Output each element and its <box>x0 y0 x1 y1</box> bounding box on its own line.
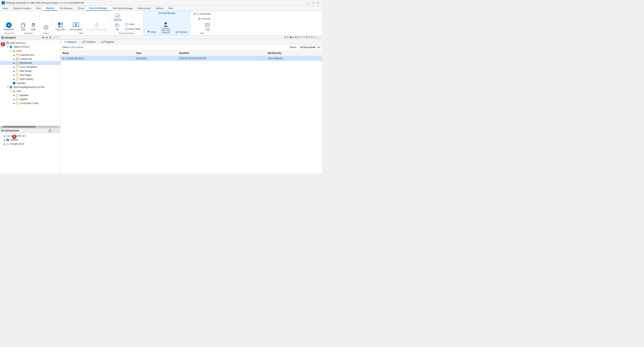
nav-icon-2[interactable]: ⊟ <box>45 36 48 39</box>
content-icon-12[interactable]: — <box>316 36 318 38</box>
table-row[interactable]: W Custom file.docx Document 2019-07-01 0… <box>60 56 322 61</box>
open-icon <box>125 22 128 26</box>
ribbon-tabs: Home Migration Analysis View Migrator Fi… <box>0 6 322 11</box>
tree-item-appdata[interactable]: ▶ appdata <box>0 93 60 97</box>
tree-item-appfiles[interactable]: ▶ appfiles <box>0 97 60 101</box>
tree-item-local-disk[interactable]: ▶ Local Disk (C:) <box>0 134 60 138</box>
tab-migration-analysis[interactable]: Migration Analysis <box>11 6 34 11</box>
content-icon-1[interactable]: ⊞ <box>284 36 286 38</box>
paste-button[interactable]: Paste <box>28 21 38 31</box>
nav-icon-3[interactable]: ⊡ <box>49 36 52 39</box>
nav-maximize[interactable]: □ <box>56 36 59 39</box>
close-button[interactable]: ✕ <box>316 0 320 5</box>
select-all-button[interactable]: Select All <box>112 13 123 22</box>
content-icon-13[interactable]: □ <box>320 36 321 38</box>
content-icon-4[interactable]: ⊟ <box>292 36 294 38</box>
tab-file-manager[interactable]: File Manager <box>58 6 76 11</box>
tree-item-site-pages[interactable]: ▶ Site Pages <box>0 73 60 77</box>
nav-minimize[interactable]: — <box>52 36 56 39</box>
minimize-button[interactable]: — <box>306 0 311 5</box>
tree-arrow: ▼ <box>6 86 9 88</box>
hscroll-right[interactable]: ▶ <box>58 126 60 128</box>
tab-home[interactable]: Home <box>0 6 11 11</box>
filter-button[interactable]: Filter <box>146 30 157 34</box>
tab-view[interactable]: View <box>34 6 44 11</box>
col-name[interactable]: Name <box>60 50 134 56</box>
tab-contents[interactable]: Contents <box>80 40 98 44</box>
tree-item-form-templates[interactable]: ▶ Form Templates <box>0 65 60 69</box>
conn-maximize[interactable]: □ <box>56 129 59 132</box>
tab-progress[interactable]: Progress <box>98 40 116 44</box>
tree-item-custom-list[interactable]: ▶ Custom list <box>0 57 60 61</box>
logs-button[interactable]: Logs <box>203 21 212 31</box>
tree-item-google-drive[interactable]: ▶ Google Drive <box>0 142 60 146</box>
content-icon-6[interactable]: ⊡ <box>298 36 300 38</box>
breadcrumb[interactable]: 10test > Documents <box>62 46 84 49</box>
tab-administrator[interactable]: Administrator <box>136 6 154 11</box>
content-icon-11[interactable]: ⊙ <box>314 36 316 38</box>
content-icon-5[interactable]: ⊞ <box>295 36 297 38</box>
hscroll-left[interactable]: ◀ <box>0 126 2 128</box>
content-icon-2[interactable]: ☰ <box>287 36 289 38</box>
in-sharepoint-button[interactable]: In SharePoint <box>192 12 212 16</box>
new-folder-icon <box>125 27 128 30</box>
contents-button[interactable]: Contents <box>196 16 212 21</box>
content-icon-8[interactable]: ✕ <box>303 36 305 38</box>
conn-refresh-icon[interactable]: 🔄 <box>48 129 52 132</box>
orphaned-users-button[interactable]: Orphaned Users Copy Advanced <box>158 20 173 34</box>
tree-item-lists-1[interactable]: ▼ Lists <box>0 49 60 53</box>
tab-migration[interactable]: Migration <box>61 40 80 44</box>
nav-icon-1[interactable]: ⊞ <box>42 36 45 39</box>
live-compare-button[interactable]: Live Compare! <box>68 21 84 31</box>
col-modified[interactable]: Modified <box>177 50 266 56</box>
tree-item-10test[interactable]: ▼ S 10test (STS#1) <box>0 45 60 49</box>
promote-to-site-collection-button[interactable]: Promote to Site Collection <box>85 22 108 31</box>
tree-item-sites-w-group[interactable]: ▼ Sites w/Group <box>0 41 60 45</box>
copy-site-button[interactable]: Copy Site ▾ <box>54 21 67 31</box>
hscroll-thumb[interactable] <box>2 126 36 128</box>
navigator-controls[interactable]: ⊞ ⊟ ⊡ — □ <box>42 36 59 39</box>
tab-security-manager[interactable]: Security Manager <box>87 6 110 11</box>
content-icon-9[interactable]: ⊞ <box>306 36 307 38</box>
tab-backup[interactable]: Backup <box>154 6 166 11</box>
open-button[interactable]: Open <box>124 22 142 26</box>
tree-item-composed-looks[interactable]: ▶ Composed Looks <box>0 101 60 105</box>
conn-minimize[interactable]: — <box>52 129 56 132</box>
content-icon-10[interactable]: ⊟ <box>308 36 310 38</box>
content-icon-filter[interactable]: ▼ <box>311 36 313 38</box>
tag-icon <box>114 23 120 28</box>
tab-term-store-manager[interactable]: Term Store Manager <box>110 6 136 11</box>
breadcrumb-path[interactable]: Documents <box>71 46 84 49</box>
tree-hscroll[interactable]: ◀ ▶ <box>0 125 60 128</box>
tree-item-outlook[interactable]: ▶ O Outlook <box>0 138 60 142</box>
col-modified-by[interactable]: Modified By <box>266 50 322 56</box>
tab-migrator[interactable]: Migrator <box>44 6 58 11</box>
tag-button[interactable]: Tag <box>112 22 123 31</box>
maximize-button[interactable]: □ <box>311 0 316 5</box>
tree-item-calendar-test[interactable]: ▶ Calendar test <box>0 53 60 57</box>
breadcrumb-site[interactable]: 10test <box>62 46 69 49</box>
copy-button[interactable]: Copy <box>18 21 28 31</box>
badge-3: 3 <box>12 135 16 139</box>
tree-item-lists-2[interactable]: ▼ Lists <box>0 89 60 93</box>
tab-drives[interactable]: Drives <box>76 6 87 11</box>
col-type[interactable]: Type <box>134 50 177 56</box>
content-icon-3[interactable]: ▦ <box>290 36 292 38</box>
sharepoint-button[interactable]: S SharePoint <box>2 21 15 31</box>
new-folder-button[interactable]: New Folder <box>124 27 142 31</box>
title-bar: Metalogix Essentials for Office 365 (Ent… <box>0 0 322 6</box>
tab-help[interactable]: Help <box>166 6 176 11</box>
tree-item-subsites[interactable]: Subsites <box>0 81 60 85</box>
tree-item-site-assets[interactable]: ▶ Site Assets <box>0 69 60 73</box>
hscroll-track[interactable] <box>2 126 58 128</box>
delete-button[interactable] <box>41 24 50 31</box>
content-icon-7[interactable]: ↩ <box>300 36 302 38</box>
tree-item-style-library[interactable]: ▶ Style Library <box>0 77 60 81</box>
tree-item-documents[interactable]: ▶ Documents <box>0 61 60 65</box>
views-select[interactable]: All Documents <box>298 45 320 50</box>
window-controls[interactable]: — □ ✕ <box>306 0 320 5</box>
refresh-button[interactable]: Refresh <box>174 30 188 34</box>
connections-controls[interactable]: 🔄 — □ <box>48 129 59 132</box>
tree-item-365group[interactable]: ▼ S 365GroupMigration01 (STS#… <box>0 85 60 89</box>
site-pages-icon <box>16 74 19 77</box>
